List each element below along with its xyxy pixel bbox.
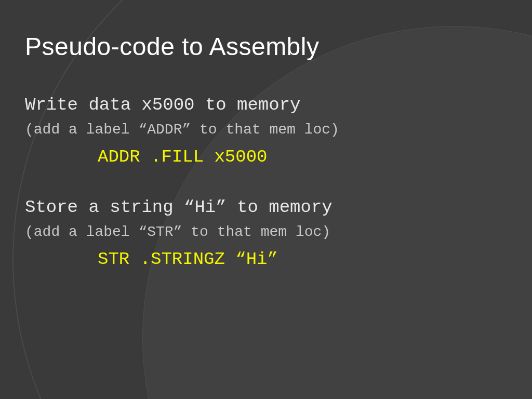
slide-body: Write data x5000 to memory (add a label … — [25, 94, 507, 292]
block-2: Store a string “Hi” to memory (add a lab… — [25, 196, 507, 272]
block1-code: ADDR .FILL x5000 — [98, 145, 507, 170]
block2-note: (add a label “STR” to that mem loc) — [25, 222, 507, 242]
slide-title: Pseudo-code to Assembly — [25, 32, 319, 61]
block2-code: STR .STRINGZ “Hi” — [98, 247, 507, 272]
block1-description: Write data x5000 to memory — [25, 94, 507, 117]
block-1: Write data x5000 to memory (add a label … — [25, 94, 507, 170]
block1-note: (add a label “ADDR” to that mem loc) — [25, 119, 507, 140]
block2-description: Store a string “Hi” to memory — [25, 196, 507, 220]
